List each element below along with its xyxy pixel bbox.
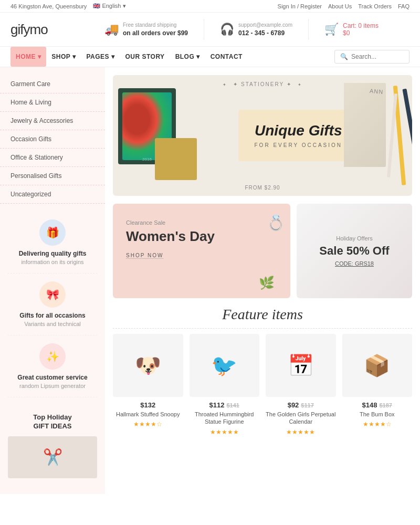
truck-icon: 🚚 — [104, 23, 119, 36]
pencils-decoration: ANN — [344, 83, 412, 188]
promo-code: CODE: GRS18 — [335, 260, 374, 267]
main-content: Garment CareHome & LivingJewelry & Acces… — [0, 67, 420, 494]
nav-items: HOME ▾ SHOP ▾ PAGES ▾ OUR STORY BLOG ▾ C… — [10, 47, 334, 67]
sidebar-category-item[interactable]: Uncategorized — [0, 185, 105, 204]
cart-label: Cart: 0 items — [343, 22, 379, 29]
gift-occasions-icon: 🎀 — [39, 281, 66, 308]
faq-link[interactable]: FAQ — [398, 3, 410, 9]
product-price: $112$141 — [190, 401, 260, 409]
product-stars: ★★★★☆ — [342, 421, 413, 428]
feature-occasions-title: Gifts for all occasions — [8, 312, 97, 319]
header: gifymo 🚚 Free standard shipping on all o… — [0, 13, 420, 47]
about-us-link[interactable]: About Us — [328, 3, 352, 9]
sidebar-categories: Garment CareHome & LivingJewelry & Acces… — [0, 75, 105, 204]
product-name: Hallmark Stuffed Snoopy — [113, 411, 183, 418]
sidebar-category-item[interactable]: Office & Stationery — [0, 149, 105, 167]
jewelry-decoration: 💍 — [267, 214, 285, 232]
address: 46 Kingston Ave, Queensbury — [10, 3, 87, 9]
product-image: 📅 — [266, 334, 336, 397]
search-input[interactable] — [351, 53, 404, 60]
nav-contact[interactable]: CONTACT — [205, 47, 248, 67]
banner-category-label: ✦ STATIONERY ✦ — [219, 81, 305, 87]
cart-total: $0 — [343, 29, 379, 37]
product-price: $92$117 — [266, 401, 336, 409]
divider-2 — [308, 19, 309, 40]
hero-banner: ✦ STATIONERY ✦ 2016 Unique Gifts FOR EVE… — [113, 75, 412, 196]
holiday-heading: Sale 50% Off — [319, 244, 389, 258]
featured-items: Feature items 🐶 $132 Hallmark Stuffed Sn… — [113, 306, 412, 436]
sidebar: Garment CareHome & LivingJewelry & Acces… — [0, 67, 105, 494]
cart-block[interactable]: 🛒 Cart: 0 items $0 — [324, 22, 379, 37]
banner-center-card: Unique Gifts FOR EVERY OCCASION — [238, 110, 358, 161]
product-image: 📦 — [342, 334, 413, 397]
product-name: The Bum Box — [342, 411, 413, 418]
search-icon: 🔍 — [340, 53, 348, 60]
top-holiday-title: Top Holiday GIFT IDEAS — [8, 413, 97, 431]
product-name: Throated Hummingbird Statue Figurine — [190, 411, 260, 426]
holiday-image: ✂️ — [8, 436, 97, 478]
nav-blog[interactable]: BLOG ▾ — [170, 47, 205, 67]
feature-service: ✨ Great customer service random Lipsum g… — [8, 335, 97, 397]
shop-now-button[interactable]: SHOP NOW — [126, 253, 163, 259]
banner-subheading: FOR EVERY OCCASION — [254, 142, 342, 148]
gift-quality-icon: 🎁 — [39, 219, 66, 246]
nav-pages[interactable]: PAGES ▾ — [81, 47, 120, 67]
search-box[interactable]: 🔍 — [334, 50, 410, 64]
promo-row: Clearance Sale Women's Day SHOP NOW 💍 🌿 … — [113, 204, 412, 298]
top-bar: 46 Kingston Ave, Queensbury 🇬🇧 English ▾… — [0, 0, 420, 13]
product-name: The Golden Girls Perpetual Calendar — [266, 411, 336, 426]
section-divider — [113, 328, 412, 329]
headphone-icon: 🎧 — [220, 23, 234, 36]
customer-service-icon: ✨ — [39, 343, 66, 370]
divider — [204, 19, 204, 40]
product-price: $132 — [113, 401, 183, 409]
feature-quality-title: Delivering quality gifts — [8, 250, 97, 257]
nav-home[interactable]: HOME ▾ — [10, 47, 46, 67]
language-selector[interactable]: 🇬🇧 English ▾ — [93, 3, 125, 9]
shipping-info: 🚚 Free standard shipping on all orders o… — [104, 22, 188, 38]
sidebar-category-item[interactable]: Occasion Gifts — [0, 130, 105, 149]
book-decoration-gold — [155, 138, 197, 180]
banner-price-from: FROM $2.90 — [245, 185, 280, 191]
products-grid: 🐶 $132 Hallmark Stuffed Snoopy ★★★★☆ 🐦 $… — [113, 334, 412, 436]
header-info: 🚚 Free standard shipping on all orders o… — [74, 19, 410, 40]
track-orders-link[interactable]: Track Orders — [358, 3, 392, 9]
nav-shop[interactable]: SHOP ▾ — [46, 47, 81, 67]
sidebar-features: 🎁 Delivering quality gifts information o… — [0, 204, 105, 405]
featured-title: Feature items — [113, 306, 412, 323]
top-bar-left: 46 Kingston Ave, Queensbury 🇬🇧 English ▾ — [10, 3, 126, 9]
clearance-sale-banner: Clearance Sale Women's Day SHOP NOW 💍 🌿 — [113, 204, 290, 298]
product-card[interactable]: 📦 $148$187 The Bum Box ★★★★☆ — [342, 334, 413, 436]
clearance-heading: Women's Day — [126, 228, 277, 245]
feature-occasions-sub: Variants and technical — [8, 321, 97, 327]
logo[interactable]: gifymo — [10, 22, 63, 38]
sign-in-link[interactable]: Sign In / Register — [278, 3, 322, 9]
product-price: $148$187 — [342, 401, 413, 409]
sidebar-category-item[interactable]: Home & Living — [0, 93, 105, 112]
support-info: 🎧 support@example.com 012 - 345 - 6789 — [220, 22, 292, 38]
product-image: 🐦 — [190, 334, 260, 397]
feature-service-title: Great customer service — [8, 374, 97, 381]
feature-quality: 🎁 Delivering quality gifts information o… — [8, 212, 97, 274]
product-card[interactable]: 🐶 $132 Hallmark Stuffed Snoopy ★★★★☆ — [113, 334, 183, 436]
product-card[interactable]: 🐦 $112$141 Throated Hummingbird Statue F… — [190, 334, 260, 436]
sidebar-category-item[interactable]: Garment Care — [0, 75, 105, 93]
product-stars: ★★★★★ — [190, 428, 260, 436]
feature-service-sub: random Lipsum generator — [8, 383, 97, 389]
leaf-decoration: 🌿 — [259, 276, 275, 290]
product-stars: ★★★★☆ — [113, 421, 183, 428]
top-bar-right: Sign In / Register About Us Track Orders… — [278, 3, 410, 9]
product-image: 🐶 — [113, 334, 183, 397]
feature-occasions: 🎀 Gifts for all occasions Variants and t… — [8, 274, 97, 335]
cart-icon: 🛒 — [324, 23, 339, 36]
product-card[interactable]: 📅 $92$117 The Golden Girls Perpetual Cal… — [266, 334, 336, 436]
top-holiday-section: Top Holiday GIFT IDEAS ✂️ — [0, 405, 105, 486]
holiday-offer-banner: Holiday Offers Sale 50% Off CODE: GRS18 — [297, 204, 412, 298]
feature-quality-sub: information on its origins — [8, 259, 97, 265]
product-stars: ★★★★★ — [266, 428, 336, 436]
banner-heading: Unique Gifts — [254, 123, 342, 139]
nav-our-story[interactable]: OUR STORY — [120, 47, 170, 67]
sidebar-category-item[interactable]: Jewelry & Accessories — [0, 112, 105, 130]
sidebar-category-item[interactable]: Personalised Gifts — [0, 167, 105, 185]
holiday-label: Holiday Offers — [336, 235, 373, 242]
